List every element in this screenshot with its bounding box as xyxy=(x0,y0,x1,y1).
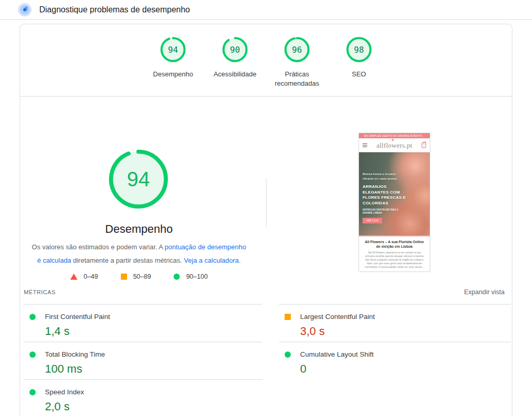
thumb-caption: All Flowers – A sua Florista Online de e… xyxy=(359,236,430,269)
performance-section-title: Desempenho xyxy=(20,222,258,236)
thumb-hero: Beleza fresca e encanto vibrante em cada… xyxy=(359,152,430,235)
metric-name: Largest Contentful Paint xyxy=(300,313,375,321)
metric-status-icon xyxy=(29,351,36,358)
score-gauge: 90 xyxy=(222,36,248,63)
legend-range: 50–89 xyxy=(133,273,151,280)
metric-row-lcp: Largest Contentful Paint 3,0 s xyxy=(279,305,511,342)
metrics-column-left: First Contentful Paint 1,4 s Total Block… xyxy=(24,304,262,416)
performance-main-gauge: 94 xyxy=(108,149,169,210)
page-screenshot-thumbnail[interactable]: DO SIMPLES GESTO AO GRANDE EVENTO... all… xyxy=(358,133,430,272)
metric-value: 100 ms xyxy=(45,362,262,376)
thumb-shop-button: VER LOJA xyxy=(363,218,382,223)
expand-view-link[interactable]: Expandir vista xyxy=(464,289,505,296)
metric-row-cls: Cumulative Layout Shift 0 xyxy=(279,342,511,380)
legend-item-fail: 0–49 xyxy=(70,273,98,280)
category-label: Práticas recomendadas xyxy=(266,70,328,88)
score-legend: 0–49 50–89 90–100 xyxy=(20,273,258,280)
category-gauge-praticas[interactable]: 96 Práticas recomendadas xyxy=(266,36,328,88)
page-title: Diagnostique problemas de desempenho xyxy=(39,5,190,14)
thumb-site-logo: allflowers.pt xyxy=(359,141,430,150)
thumb-site-header: allflowers.pt ❀ xyxy=(359,138,430,152)
thumb-hero-title: ARRANJOS ELEGANTES COM FLORES FRESCAS E … xyxy=(363,184,412,206)
metrics-header: MÉTRICAS Expandir vista xyxy=(24,289,505,296)
page-header: Diagnostique problemas de desempenho xyxy=(0,0,532,20)
pass-circle-icon xyxy=(174,274,180,280)
metrics-column-right: Largest Contentful Paint 3,0 s Cumulativ… xyxy=(279,304,511,416)
thumb-promo-banner: DO SIMPLES GESTO AO GRANDE EVENTO... xyxy=(359,133,430,138)
metric-status-icon xyxy=(29,314,36,320)
metric-name: Total Blocking Time xyxy=(45,350,105,358)
disclaimer-text: Os valores são estimados e podem variar.… xyxy=(32,243,165,251)
category-gauge-acessibilidade[interactable]: 90 Acessibilidade xyxy=(204,36,266,88)
metric-status-icon xyxy=(285,314,291,320)
category-label: Acessibilidade xyxy=(213,70,256,79)
metric-name: Speed Index xyxy=(45,388,84,396)
category-label: SEO xyxy=(352,70,366,79)
score-gauge: 98 xyxy=(346,36,372,63)
metrics-grid: First Contentful Paint 1,4 s Total Block… xyxy=(24,304,511,416)
pagespeed-insights-icon xyxy=(18,3,32,17)
metrics-column-gap xyxy=(262,304,279,416)
legend-item-pass: 90–100 xyxy=(174,273,208,280)
legend-range: 90–100 xyxy=(186,273,208,280)
category-gauge-desempenho[interactable]: 94 Desempenho xyxy=(142,36,204,88)
metric-status-icon xyxy=(29,389,36,395)
metric-value: 1,4 s xyxy=(45,325,262,338)
vertical-divider xyxy=(266,178,267,228)
metric-status-icon xyxy=(285,351,291,358)
average-square-icon xyxy=(121,274,127,280)
disclaimer-text: diretamente a partir destas métricas. xyxy=(71,257,184,264)
section-divider xyxy=(20,96,512,97)
score-disclaimer: Os valores são estimados e podem variar.… xyxy=(29,241,248,267)
fail-triangle-icon xyxy=(70,274,77,280)
score-value: 90 xyxy=(222,36,248,63)
legend-item-average: 50–89 xyxy=(121,273,151,280)
thumb-hero-tagline: Beleza fresca e encanto vibrante em cada… xyxy=(363,172,406,181)
metric-row-tbt: Total Blocking Time 100 ms xyxy=(24,342,262,380)
report-card: 94 Desempenho 90 Acessibilidade 96 Práti… xyxy=(20,24,512,416)
score-value: 96 xyxy=(284,36,310,63)
score-value: 98 xyxy=(346,36,372,63)
metric-row-si: Speed Index 2,0 s xyxy=(24,380,262,416)
metric-value: 2,0 s xyxy=(45,400,262,413)
thumb-caption-title: All Flowers – A sua Florista Online de e… xyxy=(363,239,426,249)
score-gauge: 94 xyxy=(160,36,186,63)
metric-row-fcp: First Contentful Paint 1,4 s xyxy=(24,305,262,342)
legend-range: 0–49 xyxy=(84,273,98,280)
category-gauge-seo[interactable]: 98 SEO xyxy=(328,36,390,88)
score-gauge: 96 xyxy=(284,36,310,63)
metric-name: Cumulative Layout Shift xyxy=(300,350,374,358)
category-label: Desempenho xyxy=(153,70,193,79)
thumb-hero-subtitle: ENTREGAS GRATIS EM TODA A GRANDE LISBOA xyxy=(363,209,404,214)
score-calculator-link[interactable]: Veja a calculadora. xyxy=(184,257,241,264)
flower-icon: ❀ xyxy=(392,138,394,141)
metric-value: 0 xyxy=(300,362,511,376)
thumb-caption-text: Na All Flowers, aspiramos a ser sempre a… xyxy=(363,251,426,269)
performance-score-value: 94 xyxy=(108,149,169,210)
score-value: 94 xyxy=(160,36,186,63)
category-gauges-row: 94 Desempenho 90 Acessibilidade 96 Práti… xyxy=(20,36,512,88)
shopping-bag-icon xyxy=(421,142,426,148)
metric-value: 3,0 s xyxy=(300,325,511,338)
metric-name: First Contentful Paint xyxy=(45,313,110,321)
metrics-section-title: MÉTRICAS xyxy=(24,289,56,295)
